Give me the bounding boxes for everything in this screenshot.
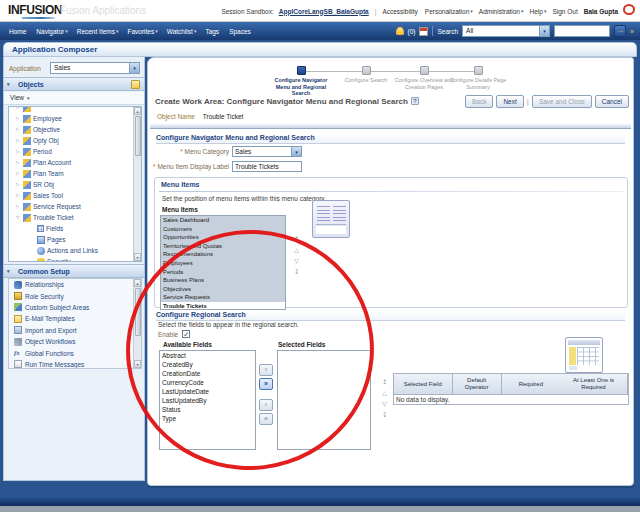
menu-item-row[interactable]: Service Requests — [161, 293, 285, 302]
selected-fields-list[interactable] — [277, 350, 371, 450]
tree-item[interactable]: ▷ Objective — [9, 124, 133, 135]
menu-item-row[interactable]: Business Plans — [161, 276, 285, 285]
tree-item[interactable]: Fields — [9, 223, 133, 234]
utility-link[interactable]: Sign Out — [552, 8, 578, 15]
tree-item[interactable]: Pages — [9, 234, 133, 245]
tree-item[interactable]: ▷ Sales Tool — [9, 190, 133, 201]
tree-item[interactable]: ▷ SR Obj — [9, 179, 133, 190]
nav-menu-item[interactable]: Recent Items ▾ — [77, 28, 119, 35]
common-setup-item[interactable]: Global Functions — [9, 347, 133, 358]
move-down-icon[interactable] — [380, 401, 389, 408]
table-header-cell[interactable]: Selected Field — [394, 374, 453, 394]
nav-menu-item[interactable]: Watchlist ▾ — [167, 28, 197, 35]
available-field-row[interactable]: LastUpdatedBy — [160, 396, 255, 405]
search-go-button[interactable] — [614, 25, 626, 37]
nav-menu-item[interactable]: Navigator ▾ — [36, 28, 67, 35]
chevron-down-icon[interactable] — [291, 147, 301, 156]
available-field-row[interactable]: CreatedBy — [160, 360, 255, 369]
utility-link[interactable]: Personalization ▾ — [425, 8, 473, 15]
view-menu-button[interactable]: View — [4, 92, 144, 105]
common-setup-item[interactable]: Import and Export — [9, 325, 133, 336]
move-all-right-button[interactable] — [259, 378, 273, 390]
available-field-row[interactable]: Type — [160, 414, 255, 423]
available-field-row[interactable]: Status — [160, 405, 255, 414]
tree-item[interactable]: ▷ Period — [9, 146, 133, 157]
train-step[interactable]: Configure Search — [334, 66, 398, 84]
tree-item[interactable]: ▷ Plan Team — [9, 168, 133, 179]
expand-arrow-icon[interactable]: ▽ — [16, 215, 21, 220]
common-setup-scrollbar[interactable] — [133, 279, 141, 368]
disclosure-icon[interactable] — [7, 78, 10, 91]
expand-arrow-icon[interactable]: ▷ — [16, 204, 21, 209]
scroll-down-icon[interactable] — [134, 253, 141, 261]
save-and-close-button[interactable]: Save and Close — [532, 95, 592, 108]
alerts-bell-icon[interactable] — [396, 27, 404, 35]
scrollbar-thumb[interactable] — [135, 288, 141, 336]
expand-arrow-icon[interactable]: ▷ — [16, 116, 21, 121]
menu-item-row[interactable]: Territories and Quotas — [161, 242, 285, 251]
tree-scrollbar[interactable] — [133, 107, 141, 261]
utility-link[interactable]: Help ▾ — [530, 8, 547, 15]
move-all-left-button[interactable] — [259, 413, 273, 425]
menu-item-row[interactable]: Periods — [161, 268, 285, 277]
nav-menu-item[interactable]: Favorites ▾ — [128, 28, 158, 35]
objects-accordion-header[interactable]: Objects — [4, 77, 144, 91]
application-select[interactable]: Sales — [50, 62, 140, 74]
tree-item[interactable]: ▷ Plan Account — [9, 157, 133, 168]
tree-item[interactable]: ▷ Service Request — [9, 201, 133, 212]
expand-arrow-icon[interactable]: ▷ — [16, 149, 21, 154]
expand-arrow-icon[interactable]: ▷ — [16, 171, 21, 176]
menu-item-row[interactable]: Recommendations — [161, 250, 285, 259]
tree-item[interactable]: ▷ — [9, 106, 133, 113]
new-object-icon[interactable] — [131, 80, 140, 89]
move-top-icon[interactable] — [292, 236, 301, 243]
tree-item[interactable]: ▷ Employee — [9, 113, 133, 124]
train-step[interactable]: Configure Details Page Summary — [446, 66, 510, 90]
expand-arrow-icon[interactable]: ▷ — [16, 160, 21, 165]
chevron-down-icon[interactable] — [539, 26, 549, 36]
expand-arrow-icon[interactable]: ▷ — [16, 138, 21, 143]
common-setup-item[interactable]: Role Security — [9, 290, 133, 301]
tree-item[interactable]: Security — [9, 256, 133, 262]
table-header-cell[interactable]: At Least One is Required — [560, 374, 628, 394]
menu-item-row[interactable]: Opportunities — [161, 233, 285, 242]
scroll-up-icon[interactable] — [134, 279, 141, 287]
expand-arrow-icon[interactable]: ▷ — [16, 106, 21, 110]
advanced-search-icon[interactable] — [630, 28, 634, 35]
search-input[interactable] — [554, 25, 610, 37]
available-field-row[interactable]: CreationDate — [160, 369, 255, 378]
common-setup-item[interactable]: Run Time Messages — [9, 359, 133, 369]
tree-item[interactable]: Actions and Links — [9, 245, 133, 256]
chevron-down-icon[interactable] — [129, 63, 139, 73]
common-setup-item[interactable]: Relationships — [9, 279, 133, 290]
common-setup-item[interactable]: E-Mail Templates — [9, 313, 133, 324]
tree-item[interactable]: ▷ Opty Obj — [9, 135, 133, 146]
menu-item-row[interactable]: Trouble Tickets — [161, 302, 285, 310]
train-step-icon[interactable] — [362, 66, 371, 75]
nav-menu-item[interactable]: Tags — [205, 28, 220, 35]
expand-arrow-icon[interactable]: ▷ — [16, 127, 21, 132]
menu-item-row[interactable]: Customers — [161, 225, 285, 234]
move-bottom-icon[interactable] — [292, 269, 301, 276]
table-header-cell[interactable]: Default Operator — [453, 374, 502, 394]
enable-checkbox[interactable]: ✓ — [182, 330, 190, 338]
disclosure-icon[interactable] — [7, 265, 10, 278]
table-header-cell[interactable]: Required — [502, 374, 560, 394]
calendar-icon[interactable] — [419, 27, 428, 36]
common-setup-accordion-header[interactable]: Common Setup — [4, 264, 144, 278]
back-button[interactable]: Back — [465, 95, 493, 108]
move-top-icon[interactable] — [380, 379, 389, 386]
utility-link[interactable]: Administration ▾ — [479, 8, 524, 15]
menu-category-select[interactable]: Sales — [232, 146, 302, 157]
nav-menu-item[interactable]: Home — [9, 28, 27, 35]
available-field-row[interactable]: LastUpdateDate — [160, 387, 255, 396]
expand-arrow-icon[interactable]: ▷ — [16, 182, 21, 187]
common-setup-item[interactable]: Object Workflows — [9, 336, 133, 347]
move-up-icon[interactable] — [380, 390, 389, 397]
move-down-icon[interactable] — [292, 258, 301, 265]
common-setup-item[interactable]: Custom Subject Areas — [9, 302, 133, 313]
next-button[interactable]: Next — [496, 95, 523, 108]
move-selected-right-button[interactable] — [259, 364, 273, 376]
menu-item-row[interactable]: Employees — [161, 259, 285, 268]
cancel-button[interactable]: Cancel — [595, 95, 629, 108]
